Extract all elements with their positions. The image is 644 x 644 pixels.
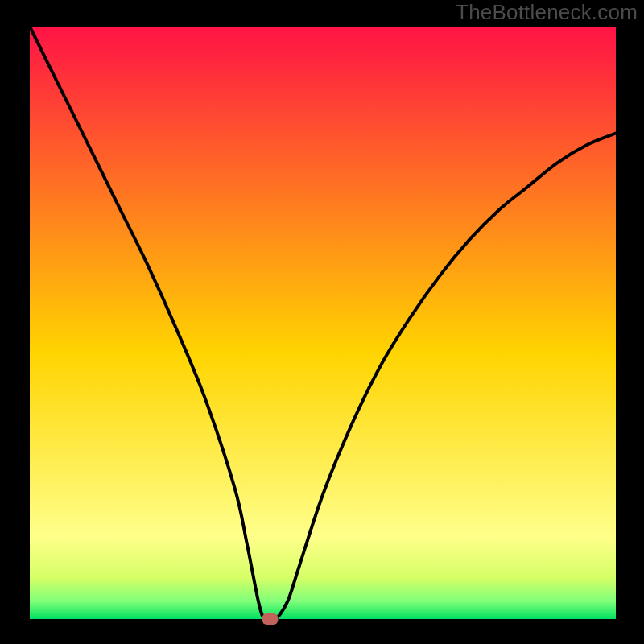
bottleneck-chart: [0, 0, 644, 644]
chart-frame: TheBottleneck.com: [0, 0, 644, 644]
plot-background: [30, 27, 616, 619]
optimal-marker: [262, 613, 278, 625]
watermark-label: TheBottleneck.com: [456, 0, 638, 25]
